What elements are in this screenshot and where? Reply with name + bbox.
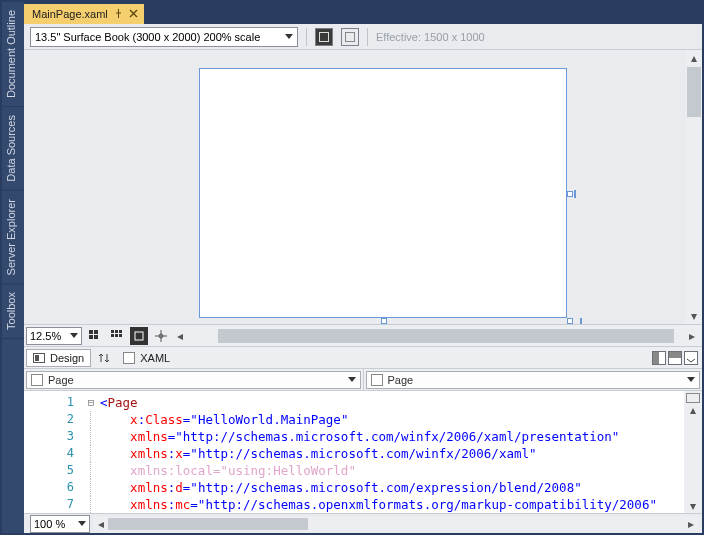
collapse-pane-button[interactable] (684, 351, 698, 365)
ruler-mark-corner-v (580, 318, 582, 324)
xaml-view-button[interactable]: XAML (117, 349, 176, 367)
scroll-right-icon[interactable]: ▸ (684, 328, 700, 344)
separator (306, 28, 307, 46)
scroll-right-icon[interactable]: ▸ (684, 517, 698, 531)
grid-full-icon[interactable] (86, 327, 104, 345)
resize-handle-corner[interactable] (567, 318, 573, 324)
chevron-down-icon (285, 34, 293, 39)
svg-rect-0 (89, 330, 93, 334)
swap-panes-button[interactable] (95, 349, 113, 367)
svg-rect-4 (111, 330, 114, 333)
scroll-up-icon[interactable]: ▴ (690, 403, 696, 417)
svg-rect-6 (111, 334, 114, 337)
collapsed-panel-tabs: Document Outline Data Sources Server Exp… (2, 2, 24, 533)
effective-resolution-label: Effective: 1500 x 1000 (376, 31, 485, 43)
chevron-down-icon (687, 377, 695, 382)
code-zoom-dropdown[interactable]: 100 % (30, 515, 90, 533)
svg-rect-9 (119, 334, 122, 337)
page-icon (31, 374, 43, 386)
fold-toggle-icon[interactable]: ⊟ (84, 394, 98, 411)
breadcrumb-left-label: Page (48, 374, 74, 386)
close-icon[interactable] (129, 8, 138, 20)
code-text[interactable]: <Page x:Class="HelloWorld.MainPage" xmln… (98, 391, 684, 513)
scroll-thumb[interactable] (108, 518, 308, 530)
code-vertical-scrollbar[interactable]: ▴ ▾ (684, 391, 702, 513)
chevron-down-icon (348, 377, 356, 382)
code-status-bar: 100 % ◂ ▸ (24, 513, 702, 533)
snapline-toggle-icon[interactable] (152, 327, 170, 345)
design-xaml-switcher: Design XAML (24, 346, 702, 368)
chevron-down-icon (70, 333, 78, 338)
split-box-icon[interactable] (686, 393, 700, 403)
page-icon (371, 374, 383, 386)
svg-rect-2 (89, 335, 93, 339)
design-canvas[interactable] (199, 68, 567, 318)
element-breadcrumb-left[interactable]: Page (26, 371, 361, 389)
file-tab-label: MainPage.xaml (32, 8, 108, 20)
code-horizontal-scrollbar[interactable]: ◂ ▸ (94, 517, 698, 531)
tab-toolbox[interactable]: Toolbox (2, 284, 24, 339)
chevron-down-icon (78, 521, 86, 526)
ruler-mark-right (574, 190, 576, 198)
breadcrumb-right-label: Page (388, 374, 414, 386)
designer-bottom-strip: 12.5% ◂ ▸ (24, 324, 702, 346)
separator (367, 28, 368, 46)
svg-rect-3 (94, 335, 98, 339)
tab-document-outline[interactable]: Document Outline (2, 2, 24, 107)
device-preview-dropdown[interactable]: 13.5" Surface Book (3000 x 2000) 200% sc… (30, 27, 298, 47)
designer-zoom-value: 12.5% (30, 330, 61, 342)
designer-vertical-scrollbar[interactable]: ▴ ▾ (686, 50, 702, 324)
xaml-view-label: XAML (140, 352, 170, 364)
code-zoom-value: 100 % (34, 518, 65, 530)
design-surface-area: ▴ ▾ (24, 50, 702, 324)
scroll-down-icon[interactable]: ▾ (690, 499, 696, 513)
document-tabs: MainPage.xaml (24, 2, 702, 24)
line-number-gutter: 1 2 3 4 5 6 7 (24, 391, 84, 513)
scroll-up-icon[interactable]: ▴ (686, 50, 702, 66)
svg-rect-7 (115, 334, 118, 337)
file-tab-active[interactable]: MainPage.xaml (24, 4, 144, 24)
code-fold-gutter[interactable]: ⊟ (84, 391, 98, 513)
design-canvas-viewport[interactable] (24, 50, 686, 324)
scroll-left-icon[interactable]: ◂ (172, 328, 188, 344)
resize-handle-right[interactable] (567, 191, 573, 197)
designer-zoom-dropdown[interactable]: 12.5% (26, 327, 82, 345)
scroll-thumb[interactable] (687, 67, 701, 117)
xaml-view-icon (123, 352, 135, 364)
theme-light-button[interactable] (341, 28, 359, 46)
scroll-thumb[interactable] (218, 329, 674, 343)
pin-icon[interactable] (114, 8, 123, 20)
designer-horizontal-scrollbar[interactable]: ◂ ▸ (172, 328, 700, 344)
split-horizontal-button[interactable] (668, 351, 682, 365)
snap-toggle-icon[interactable] (130, 327, 148, 345)
xaml-editor: 1 2 3 4 5 6 7 ⊟ <Page x:Class="HelloWorl… (24, 390, 702, 513)
svg-rect-8 (119, 330, 122, 333)
device-preview-label: 13.5" Surface Book (3000 x 2000) 200% sc… (35, 31, 260, 43)
split-vertical-button[interactable] (652, 351, 666, 365)
svg-rect-10 (135, 332, 143, 340)
svg-rect-1 (94, 330, 98, 334)
tab-data-sources[interactable]: Data Sources (2, 107, 24, 191)
design-view-button[interactable]: Design (26, 349, 91, 367)
theme-dark-button[interactable] (315, 28, 333, 46)
designer-toolbar: 13.5" Surface Book (3000 x 2000) 200% sc… (24, 24, 702, 50)
element-breadcrumb-row: Page Page (24, 368, 702, 390)
design-view-icon (33, 353, 45, 363)
tab-server-explorer[interactable]: Server Explorer (2, 191, 24, 284)
scroll-left-icon[interactable]: ◂ (94, 517, 108, 531)
grid-fit-icon[interactable] (108, 327, 126, 345)
design-view-label: Design (50, 352, 84, 364)
scroll-down-icon[interactable]: ▾ (686, 308, 702, 324)
element-breadcrumb-right[interactable]: Page (366, 371, 701, 389)
svg-rect-5 (115, 330, 118, 333)
resize-handle-bottom[interactable] (381, 318, 387, 324)
